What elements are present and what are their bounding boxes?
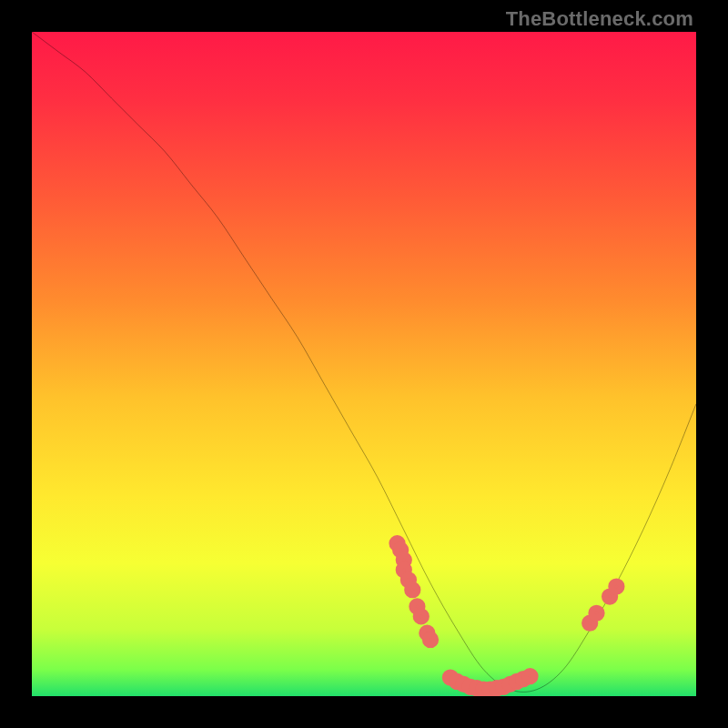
data-point	[416, 612, 426, 622]
data-point	[612, 581, 622, 592]
plot-area	[32, 32, 696, 696]
scatter-points	[392, 539, 622, 695]
data-point	[408, 585, 418, 595]
data-point	[426, 634, 436, 644]
watermark-text: TheBottleneck.com	[506, 7, 693, 31]
curve-layer	[32, 32, 696, 696]
chart-frame: TheBottleneck.com	[0, 0, 728, 728]
data-point	[525, 672, 535, 682]
data-point	[592, 608, 602, 618]
bottleneck-curve	[32, 32, 696, 692]
